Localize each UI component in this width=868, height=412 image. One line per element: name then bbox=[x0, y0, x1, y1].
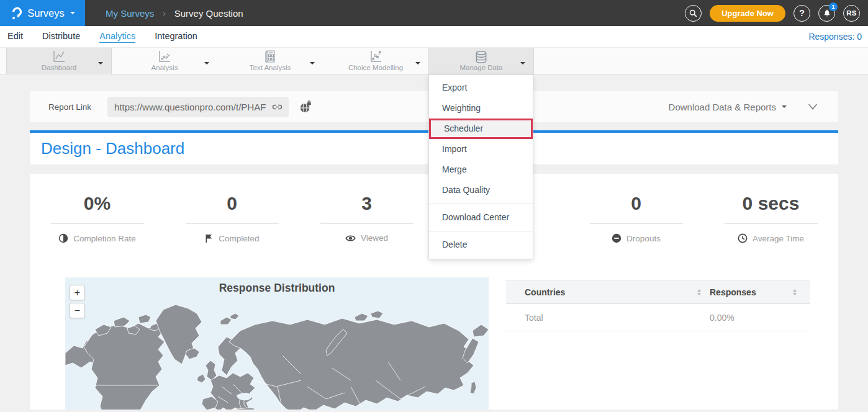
search-icon bbox=[689, 9, 698, 18]
help-button[interactable]: ? bbox=[793, 5, 810, 22]
flag-icon bbox=[204, 233, 214, 243]
upgrade-now-button[interactable]: Upgrade Now bbox=[710, 5, 785, 22]
manage-data-menu: Export Weighting Scheduler Import Merge … bbox=[428, 74, 533, 259]
menu-item-download-center[interactable]: Download Center bbox=[429, 207, 533, 228]
chevron-down-icon[interactable] bbox=[415, 62, 420, 67]
divider bbox=[725, 223, 818, 224]
stat-value: 0 secs bbox=[703, 194, 838, 213]
menu-item-delete[interactable]: Delete bbox=[429, 235, 533, 255]
stat-label: Completion Rate bbox=[73, 234, 136, 243]
response-distribution-map-panel: Response Distribution + − bbox=[65, 277, 489, 410]
half-circle-icon bbox=[58, 233, 68, 243]
menu-item-export[interactable]: Export bbox=[429, 78, 533, 98]
row-responses: 0.00% bbox=[710, 313, 735, 323]
surveys-menu-button[interactable]: Surveys bbox=[0, 0, 85, 26]
breadcrumb-my-surveys[interactable]: My Surveys bbox=[106, 8, 154, 19]
chevron-down-icon[interactable] bbox=[310, 62, 315, 67]
map-europe bbox=[210, 373, 255, 410]
map-chukotka bbox=[472, 325, 489, 337]
area-chart-icon bbox=[157, 50, 172, 66]
page-title: Design - Dashboard bbox=[41, 139, 184, 158]
question-mark-icon: ? bbox=[799, 8, 805, 18]
database-icon bbox=[474, 50, 489, 67]
analytics-toolbar: Dashboard Analysis Text Analysis Choice … bbox=[0, 48, 868, 74]
nav-item-edit[interactable]: Edit bbox=[7, 31, 23, 42]
download-data-reports-dropdown[interactable]: Download Data & Reports bbox=[669, 102, 787, 112]
nav-item-distribute[interactable]: Distribute bbox=[42, 31, 80, 42]
minus-circle-icon bbox=[612, 233, 622, 243]
stat-average-time: 0 secs Average Time bbox=[703, 194, 838, 243]
divider bbox=[186, 223, 279, 224]
countries-table: Countries Responses Total 0.00% bbox=[506, 280, 810, 331]
stat-value: 0 bbox=[165, 194, 299, 213]
report-link-label: Report Link bbox=[48, 102, 91, 112]
stat-value: 0% bbox=[30, 194, 165, 213]
report-privacy-globe-icon[interactable] bbox=[299, 101, 312, 114]
breadcrumb: My Surveys › Survey Question bbox=[106, 8, 243, 19]
map-caspian-sea bbox=[254, 400, 261, 410]
stat-label: Completed bbox=[219, 234, 259, 243]
table-row-total: Total 0.00% bbox=[506, 304, 810, 331]
menu-divider bbox=[429, 204, 533, 204]
link-icon[interactable] bbox=[271, 101, 284, 114]
divider bbox=[320, 223, 414, 224]
search-button[interactable] bbox=[685, 5, 702, 22]
document-icon bbox=[263, 50, 278, 66]
divider bbox=[590, 223, 683, 224]
line-chart-icon bbox=[52, 50, 66, 66]
countries-table-header: Countries Responses bbox=[506, 280, 810, 304]
breadcrumb-separator: › bbox=[163, 9, 165, 18]
stat-value: 3 bbox=[299, 194, 434, 213]
chevron-down-icon bbox=[70, 12, 75, 17]
row-country: Total bbox=[525, 313, 543, 323]
map-ireland bbox=[197, 374, 206, 383]
stat-label: Average Time bbox=[753, 234, 804, 243]
topbar-actions: Upgrade Now ? 1 RS bbox=[685, 5, 868, 22]
stat-completion-rate: 0% Completion Rate bbox=[30, 194, 165, 243]
chevron-down-icon bbox=[807, 102, 818, 111]
menu-divider bbox=[429, 231, 533, 231]
scatter-chart-icon bbox=[368, 50, 383, 66]
notifications-button[interactable]: 1 bbox=[818, 5, 835, 22]
user-avatar[interactable]: RS bbox=[843, 5, 860, 22]
tab-manage-data[interactable]: Manage Data bbox=[428, 48, 534, 74]
eye-icon bbox=[345, 234, 356, 243]
nav-item-integration[interactable]: Integration bbox=[155, 31, 197, 42]
menu-item-scheduler[interactable]: Scheduler bbox=[429, 119, 533, 139]
menu-item-data-quality[interactable]: Data Quality bbox=[429, 180, 533, 200]
tab-text-analysis[interactable]: Text Analysis bbox=[217, 48, 323, 74]
chevron-down-icon[interactable] bbox=[204, 62, 209, 67]
map-japan bbox=[470, 382, 476, 394]
secondary-nav: Edit Distribute Analytics Integration Re… bbox=[0, 26, 868, 48]
menu-item-merge[interactable]: Merge bbox=[429, 159, 533, 180]
chevron-down-icon[interactable] bbox=[520, 62, 525, 67]
map-asia bbox=[229, 318, 474, 410]
download-data-reports-label: Download Data & Reports bbox=[669, 102, 776, 112]
questionpro-logo-icon bbox=[10, 6, 22, 20]
topbar: Surveys My Surveys › Survey Question Upg… bbox=[0, 0, 868, 26]
map-north-america bbox=[84, 323, 165, 410]
stat-label: Viewed bbox=[361, 233, 388, 243]
menu-item-import[interactable]: Import bbox=[429, 139, 533, 159]
tab-choice-modelling[interactable]: Choice Modelling bbox=[323, 48, 428, 74]
responses-count: Responses: 0 bbox=[808, 32, 862, 42]
map-uk bbox=[206, 361, 217, 380]
chevron-down-icon[interactable] bbox=[98, 62, 103, 67]
stat-viewed: 3 Viewed bbox=[299, 194, 434, 243]
sort-responses-icon[interactable] bbox=[793, 287, 797, 297]
report-url-field[interactable]: https://www.questionpro.com/t/PHAF bbox=[107, 97, 289, 117]
sort-countries-icon[interactable] bbox=[697, 287, 701, 297]
tab-analysis[interactable]: Analysis bbox=[112, 48, 217, 74]
map-title: Response Distribution bbox=[65, 282, 489, 295]
world-map[interactable] bbox=[65, 293, 489, 410]
tab-dashboard[interactable]: Dashboard bbox=[6, 48, 112, 74]
countries-column-header: Countries bbox=[525, 287, 565, 297]
stat-dropouts: 0 Dropouts bbox=[569, 194, 703, 243]
nav-item-analytics[interactable]: Analytics bbox=[99, 31, 135, 43]
stat-label: Dropouts bbox=[626, 234, 661, 243]
menu-item-weighting[interactable]: Weighting bbox=[429, 98, 533, 119]
notification-badge: 1 bbox=[829, 2, 838, 11]
collapse-section-chevron[interactable] bbox=[807, 102, 818, 111]
stat-completed: 0 Completed bbox=[165, 194, 299, 243]
divider bbox=[51, 223, 144, 224]
